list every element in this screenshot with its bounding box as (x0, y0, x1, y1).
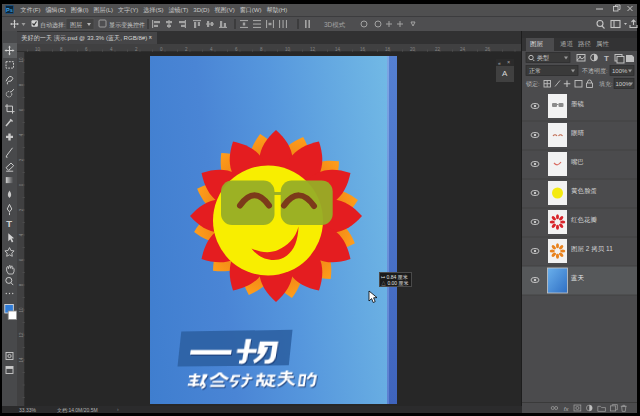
svg-text:正常: 正常 (529, 68, 541, 74)
svg-text:类型: 类型 (537, 54, 549, 62)
svg-text:14: 14 (335, 47, 341, 52)
svg-text:自动选择:: 自动选择: (40, 22, 66, 29)
svg-text:3D模式: 3D模式 (324, 21, 346, 28)
svg-text:22: 22 (435, 47, 441, 52)
svg-text:4: 4 (110, 47, 113, 52)
svg-text:18: 18 (385, 47, 391, 52)
svg-text:10: 10 (285, 47, 291, 52)
svg-text:10: 10 (35, 47, 41, 52)
svg-text:26: 26 (485, 47, 491, 52)
svg-text:6: 6 (85, 47, 88, 52)
svg-text:锁定:: 锁定: (525, 80, 540, 88)
svg-text:2: 2 (19, 208, 24, 211)
svg-text:12: 12 (310, 47, 316, 52)
svg-text:不透明度:: 不透明度: (582, 67, 608, 75)
svg-text:20: 20 (410, 47, 416, 52)
svg-text:2: 2 (185, 47, 188, 52)
svg-text:100%: 100% (616, 81, 632, 87)
svg-text:4: 4 (19, 233, 24, 236)
svg-text:10: 10 (19, 307, 24, 313)
svg-text:100%: 100% (612, 68, 628, 74)
svg-text:2: 2 (135, 47, 138, 52)
svg-text:6: 6 (19, 258, 24, 261)
svg-text:2: 2 (19, 158, 24, 161)
svg-text:fx: fx (564, 406, 570, 412)
svg-text:4: 4 (210, 47, 213, 52)
svg-text:6: 6 (19, 108, 24, 111)
svg-text:8: 8 (19, 283, 24, 286)
svg-text:T: T (604, 54, 609, 63)
svg-text:0: 0 (19, 183, 24, 186)
svg-text:6: 6 (235, 47, 238, 52)
svg-text:8: 8 (60, 47, 63, 52)
svg-text:0: 0 (160, 47, 163, 52)
svg-text:24: 24 (460, 47, 466, 52)
svg-text:14: 14 (19, 357, 24, 363)
svg-text:填充:: 填充: (599, 81, 613, 88)
svg-text:8: 8 (19, 83, 24, 86)
svg-text:图层: 图层 (70, 22, 82, 29)
svg-text:8: 8 (260, 47, 263, 52)
svg-text:16: 16 (360, 47, 366, 52)
svg-text:T: T (6, 218, 12, 229)
svg-text:10: 10 (19, 57, 24, 63)
svg-text:4: 4 (19, 133, 24, 136)
svg-text:显示变换控件: 显示变换控件 (109, 21, 145, 29)
svg-text:12: 12 (19, 332, 24, 338)
